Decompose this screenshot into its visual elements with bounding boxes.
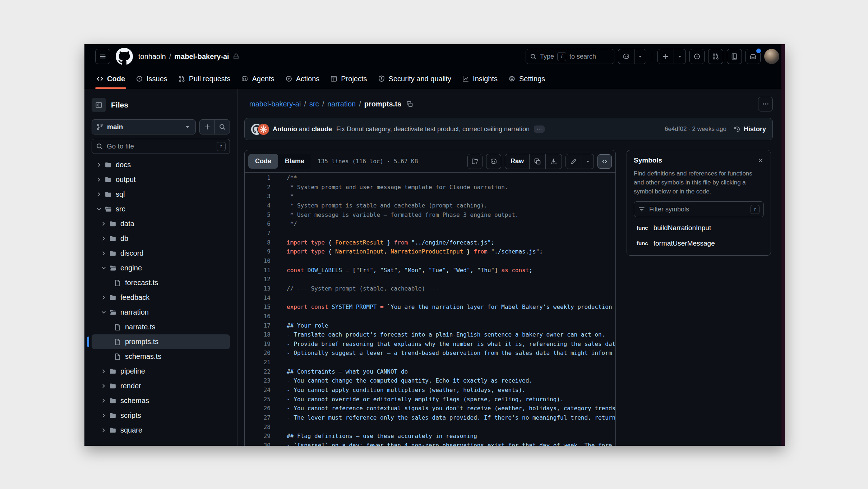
search-this-repo-button[interactable] [214, 120, 230, 134]
user-avatar[interactable] [764, 49, 779, 64]
edit-dropdown-button[interactable] [582, 154, 594, 169]
tree-item-output[interactable]: output [92, 172, 230, 187]
tree-item-db[interactable]: db [92, 231, 230, 246]
raw-button[interactable]: Raw [505, 154, 529, 169]
line-number[interactable]: 24 [245, 385, 271, 395]
copilot-dropdown-button[interactable] [634, 49, 646, 64]
breadcrumb-link-mabel-bakery-ai[interactable]: mabel-bakery-ai [249, 100, 301, 108]
line-number[interactable]: 27 [245, 413, 271, 422]
journal-button[interactable] [727, 49, 742, 64]
pull-requests-button[interactable] [708, 49, 723, 64]
tree-item-feedback[interactable]: feedback [92, 290, 230, 305]
line-number[interactable]: 9 [245, 247, 271, 256]
line-number[interactable]: 21 [245, 358, 271, 367]
code-tab[interactable]: Code [248, 154, 278, 169]
line-number[interactable]: 2 [245, 183, 271, 192]
tree-item-discord[interactable]: discord [92, 246, 230, 261]
tab-projects[interactable]: Projects [325, 69, 372, 89]
line-number[interactable]: 14 [245, 293, 271, 303]
tab-insights[interactable]: Insights [457, 69, 503, 89]
repo-name-link[interactable]: mabel-bakery-ai [174, 52, 229, 61]
tab-agents[interactable]: Agents [236, 69, 280, 89]
line-number[interactable]: 23 [245, 376, 271, 385]
line-number[interactable]: 18 [245, 330, 271, 339]
line-number[interactable]: 13 [245, 284, 271, 293]
line-number[interactable]: 30 [245, 441, 271, 446]
blame-tab[interactable]: Blame [278, 154, 311, 169]
line-number[interactable]: 19 [245, 339, 271, 349]
tree-item-prompts-ts[interactable]: prompts.ts [92, 334, 230, 349]
file-actions-kebab-button[interactable] [758, 97, 773, 111]
tree-item-docs[interactable]: docs [92, 157, 230, 172]
go-to-file-input[interactable]: Go to file t [92, 139, 230, 154]
line-number[interactable]: 10 [245, 256, 271, 266]
line-number[interactable]: 5 [245, 210, 271, 220]
tab-code[interactable]: Code [91, 69, 130, 89]
line-number[interactable]: 26 [245, 404, 271, 413]
tab-actions[interactable]: Actions [280, 69, 325, 89]
line-number[interactable]: 1 [245, 173, 271, 183]
edit-file-button[interactable] [566, 154, 582, 169]
symbols-panel-toggle-button[interactable] [597, 154, 612, 169]
line-number[interactable]: 28 [245, 422, 271, 432]
repo-owner-link[interactable]: tonhaoln [138, 52, 166, 61]
hamburger-menu-button[interactable] [95, 49, 110, 64]
tab-pull-requests[interactable]: Pull requests [173, 69, 236, 89]
tab-settings[interactable]: Settings [503, 69, 550, 89]
line-number[interactable]: 8 [245, 238, 271, 247]
line-number[interactable]: 6 [245, 219, 271, 229]
close-symbols-icon[interactable] [757, 157, 764, 164]
symbol-item-formatusermessage[interactable]: funcformatUserMessage [627, 236, 771, 251]
add-file-button[interactable] [200, 120, 214, 134]
commit-author-avatars[interactable] [251, 124, 268, 135]
copilot-button[interactable] [618, 49, 634, 64]
tree-item-data[interactable]: data [92, 216, 230, 231]
tree-item-square[interactable]: square [92, 423, 230, 438]
filter-symbols-input[interactable]: Filter symbols r [634, 201, 764, 217]
copilot-file-button[interactable] [486, 154, 501, 169]
line-number[interactable]: 29 [245, 431, 271, 441]
line-number[interactable]: 7 [245, 229, 271, 238]
line-number[interactable]: 17 [245, 321, 271, 330]
commit-message-link[interactable]: Fix Donut category, deactivate test prod… [336, 125, 530, 133]
tree-item-sql[interactable]: sql [92, 187, 230, 202]
symbol-item-buildnarrationinput[interactable]: funcbuildNarrationInput [627, 220, 771, 236]
commit-sha-and-time[interactable]: 6e4df02 · 2 weeks ago [665, 125, 726, 133]
github-logo-icon[interactable] [116, 48, 133, 65]
open-in-workspace-button[interactable] [467, 154, 483, 169]
tab-security-and-quality[interactable]: Security and quality [373, 69, 457, 89]
tree-item-render[interactable]: render [92, 379, 230, 393]
line-number[interactable]: 16 [245, 312, 271, 321]
tree-item-forecast-ts[interactable]: forecast.ts [92, 275, 230, 290]
tree-item-pipeline[interactable]: pipeline [92, 364, 230, 379]
branch-selector[interactable]: main [92, 119, 196, 134]
commit-authors[interactable]: Antonio and claude [273, 125, 332, 133]
issues-button[interactable] [689, 49, 705, 64]
line-number[interactable]: 20 [245, 348, 271, 358]
tab-issues[interactable]: Issues [130, 69, 173, 89]
line-number[interactable]: 3 [245, 192, 271, 201]
line-number[interactable]: 4 [245, 201, 271, 210]
global-search-input[interactable]: Type / to search [526, 49, 614, 64]
tree-item-narrate-ts[interactable]: narrate.ts [92, 320, 230, 334]
commit-message-expand-button[interactable] [534, 125, 545, 133]
copy-raw-content-button[interactable] [529, 154, 545, 169]
create-new-button[interactable] [658, 49, 674, 64]
history-button[interactable]: History [734, 125, 766, 133]
tree-item-engine[interactable]: engine [92, 261, 230, 275]
download-raw-button[interactable] [545, 154, 562, 169]
line-number[interactable]: 25 [245, 395, 271, 404]
line-number[interactable]: 11 [245, 266, 271, 275]
line-number[interactable]: 15 [245, 302, 271, 312]
tree-item-src[interactable]: src [92, 202, 230, 216]
create-new-dropdown-button[interactable] [674, 49, 685, 64]
line-number[interactable]: 12 [245, 275, 271, 284]
collapse-file-tree-button[interactable] [92, 98, 106, 112]
notifications-button[interactable] [745, 49, 761, 64]
breadcrumb-link-narration[interactable]: narration [327, 100, 356, 108]
tree-item-schemas[interactable]: schemas [92, 393, 230, 408]
copy-path-icon[interactable] [406, 101, 413, 108]
tree-item-narration[interactable]: narration [92, 305, 230, 320]
line-number[interactable]: 22 [245, 367, 271, 376]
tree-item-schemas-ts[interactable]: schemas.ts [92, 349, 230, 364]
